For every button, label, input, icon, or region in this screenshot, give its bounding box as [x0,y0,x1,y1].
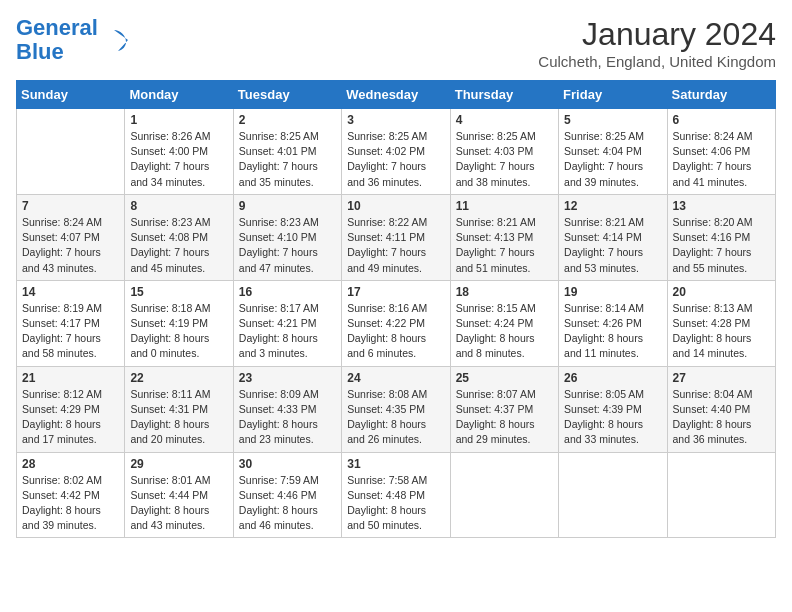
day-number: 29 [130,457,227,471]
cell-info: Sunrise: 7:59 AMSunset: 4:46 PMDaylight:… [239,473,336,534]
cell-info: Sunrise: 8:24 AMSunset: 4:06 PMDaylight:… [673,129,770,190]
day-number: 4 [456,113,553,127]
calendar-table: SundayMondayTuesdayWednesdayThursdayFrid… [16,80,776,538]
calendar-cell: 30Sunrise: 7:59 AMSunset: 4:46 PMDayligh… [233,452,341,538]
cell-info: Sunrise: 8:18 AMSunset: 4:19 PMDaylight:… [130,301,227,362]
day-number: 21 [22,371,119,385]
weekday-header: Saturday [667,81,775,109]
day-number: 30 [239,457,336,471]
cell-info: Sunrise: 8:21 AMSunset: 4:13 PMDaylight:… [456,215,553,276]
calendar-cell: 15Sunrise: 8:18 AMSunset: 4:19 PMDayligh… [125,280,233,366]
calendar-cell: 10Sunrise: 8:22 AMSunset: 4:11 PMDayligh… [342,194,450,280]
day-number: 14 [22,285,119,299]
day-number: 20 [673,285,770,299]
calendar-cell: 24Sunrise: 8:08 AMSunset: 4:35 PMDayligh… [342,366,450,452]
cell-info: Sunrise: 8:12 AMSunset: 4:29 PMDaylight:… [22,387,119,448]
cell-info: Sunrise: 8:19 AMSunset: 4:17 PMDaylight:… [22,301,119,362]
title-area: January 2024 Culcheth, England, United K… [538,16,776,70]
location-subtitle: Culcheth, England, United Kingdom [538,53,776,70]
calendar-cell: 26Sunrise: 8:05 AMSunset: 4:39 PMDayligh… [559,366,667,452]
calendar-cell: 19Sunrise: 8:14 AMSunset: 4:26 PMDayligh… [559,280,667,366]
cell-info: Sunrise: 8:26 AMSunset: 4:00 PMDaylight:… [130,129,227,190]
calendar-cell: 21Sunrise: 8:12 AMSunset: 4:29 PMDayligh… [17,366,125,452]
calendar-cell: 13Sunrise: 8:20 AMSunset: 4:16 PMDayligh… [667,194,775,280]
calendar-header: SundayMondayTuesdayWednesdayThursdayFrid… [17,81,776,109]
cell-info: Sunrise: 8:25 AMSunset: 4:01 PMDaylight:… [239,129,336,190]
cell-info: Sunrise: 8:24 AMSunset: 4:07 PMDaylight:… [22,215,119,276]
weekday-header: Monday [125,81,233,109]
logo-text: GeneralBlue [16,16,98,64]
cell-info: Sunrise: 8:02 AMSunset: 4:42 PMDaylight:… [22,473,119,534]
weekday-header: Friday [559,81,667,109]
cell-info: Sunrise: 8:13 AMSunset: 4:28 PMDaylight:… [673,301,770,362]
cell-info: Sunrise: 8:15 AMSunset: 4:24 PMDaylight:… [456,301,553,362]
cell-info: Sunrise: 8:25 AMSunset: 4:03 PMDaylight:… [456,129,553,190]
day-number: 16 [239,285,336,299]
day-number: 8 [130,199,227,213]
calendar-cell: 16Sunrise: 8:17 AMSunset: 4:21 PMDayligh… [233,280,341,366]
day-number: 7 [22,199,119,213]
calendar-cell: 4Sunrise: 8:25 AMSunset: 4:03 PMDaylight… [450,109,558,195]
logo: GeneralBlue [16,16,128,64]
day-number: 27 [673,371,770,385]
month-title: January 2024 [538,16,776,53]
logo-icon [100,26,128,54]
cell-info: Sunrise: 8:25 AMSunset: 4:04 PMDaylight:… [564,129,661,190]
cell-info: Sunrise: 8:08 AMSunset: 4:35 PMDaylight:… [347,387,444,448]
calendar-cell: 7Sunrise: 8:24 AMSunset: 4:07 PMDaylight… [17,194,125,280]
calendar-cell: 12Sunrise: 8:21 AMSunset: 4:14 PMDayligh… [559,194,667,280]
calendar-cell: 9Sunrise: 8:23 AMSunset: 4:10 PMDaylight… [233,194,341,280]
day-number: 28 [22,457,119,471]
calendar-cell [17,109,125,195]
calendar-cell: 22Sunrise: 8:11 AMSunset: 4:31 PMDayligh… [125,366,233,452]
cell-info: Sunrise: 8:07 AMSunset: 4:37 PMDaylight:… [456,387,553,448]
day-number: 31 [347,457,444,471]
day-number: 22 [130,371,227,385]
day-number: 19 [564,285,661,299]
day-number: 17 [347,285,444,299]
calendar-cell [667,452,775,538]
calendar-cell: 31Sunrise: 7:58 AMSunset: 4:48 PMDayligh… [342,452,450,538]
calendar-cell: 23Sunrise: 8:09 AMSunset: 4:33 PMDayligh… [233,366,341,452]
day-number: 18 [456,285,553,299]
calendar-cell: 27Sunrise: 8:04 AMSunset: 4:40 PMDayligh… [667,366,775,452]
day-number: 12 [564,199,661,213]
calendar-cell: 17Sunrise: 8:16 AMSunset: 4:22 PMDayligh… [342,280,450,366]
day-number: 9 [239,199,336,213]
cell-info: Sunrise: 8:23 AMSunset: 4:08 PMDaylight:… [130,215,227,276]
cell-info: Sunrise: 8:16 AMSunset: 4:22 PMDaylight:… [347,301,444,362]
calendar-cell [559,452,667,538]
day-number: 25 [456,371,553,385]
calendar-cell: 6Sunrise: 8:24 AMSunset: 4:06 PMDaylight… [667,109,775,195]
day-number: 26 [564,371,661,385]
cell-info: Sunrise: 8:09 AMSunset: 4:33 PMDaylight:… [239,387,336,448]
day-number: 11 [456,199,553,213]
page-header: GeneralBlue January 2024 Culcheth, Engla… [16,16,776,70]
day-number: 3 [347,113,444,127]
cell-info: Sunrise: 8:01 AMSunset: 4:44 PMDaylight:… [130,473,227,534]
cell-info: Sunrise: 8:23 AMSunset: 4:10 PMDaylight:… [239,215,336,276]
cell-info: Sunrise: 8:25 AMSunset: 4:02 PMDaylight:… [347,129,444,190]
calendar-cell: 2Sunrise: 8:25 AMSunset: 4:01 PMDaylight… [233,109,341,195]
calendar-cell: 8Sunrise: 8:23 AMSunset: 4:08 PMDaylight… [125,194,233,280]
calendar-cell: 18Sunrise: 8:15 AMSunset: 4:24 PMDayligh… [450,280,558,366]
weekday-header: Tuesday [233,81,341,109]
cell-info: Sunrise: 8:20 AMSunset: 4:16 PMDaylight:… [673,215,770,276]
day-number: 1 [130,113,227,127]
calendar-cell: 3Sunrise: 8:25 AMSunset: 4:02 PMDaylight… [342,109,450,195]
calendar-cell: 5Sunrise: 8:25 AMSunset: 4:04 PMDaylight… [559,109,667,195]
cell-info: Sunrise: 8:04 AMSunset: 4:40 PMDaylight:… [673,387,770,448]
calendar-cell: 20Sunrise: 8:13 AMSunset: 4:28 PMDayligh… [667,280,775,366]
day-number: 24 [347,371,444,385]
weekday-header: Wednesday [342,81,450,109]
day-number: 5 [564,113,661,127]
cell-info: Sunrise: 7:58 AMSunset: 4:48 PMDaylight:… [347,473,444,534]
weekday-header: Thursday [450,81,558,109]
cell-info: Sunrise: 8:14 AMSunset: 4:26 PMDaylight:… [564,301,661,362]
calendar-cell: 25Sunrise: 8:07 AMSunset: 4:37 PMDayligh… [450,366,558,452]
calendar-cell: 14Sunrise: 8:19 AMSunset: 4:17 PMDayligh… [17,280,125,366]
calendar-cell: 29Sunrise: 8:01 AMSunset: 4:44 PMDayligh… [125,452,233,538]
cell-info: Sunrise: 8:21 AMSunset: 4:14 PMDaylight:… [564,215,661,276]
cell-info: Sunrise: 8:11 AMSunset: 4:31 PMDaylight:… [130,387,227,448]
calendar-cell: 11Sunrise: 8:21 AMSunset: 4:13 PMDayligh… [450,194,558,280]
